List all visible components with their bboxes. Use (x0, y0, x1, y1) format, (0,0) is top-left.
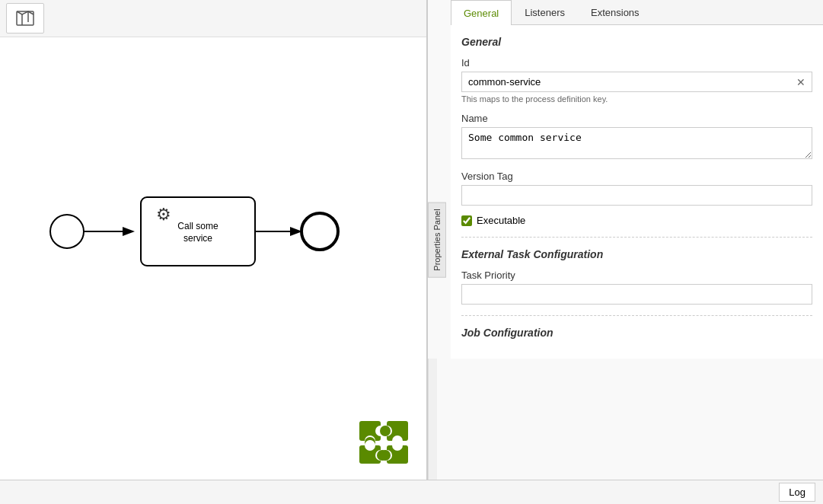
general-section-title: General (461, 36, 812, 48)
properties-panel: Properties Panel General Listeners Exten… (427, 0, 823, 480)
panel-tab-container: Properties Panel (428, 202, 451, 277)
svg-point-17 (392, 440, 403, 451)
tab-listeners[interactable]: Listeners (512, 0, 578, 24)
map-icon (14, 8, 36, 29)
bottom-bar: Log (0, 480, 823, 504)
puzzle-icon (358, 419, 411, 465)
executable-row: Executable (461, 215, 812, 226)
name-field-group: Name Some common service (461, 113, 812, 161)
task-priority-field-group: Task Priority (461, 270, 812, 305)
log-button[interactable]: Log (779, 483, 815, 502)
service-task-gear-icon: ⚙ (156, 205, 171, 224)
start-event[interactable] (50, 215, 84, 248)
executable-checkbox[interactable] (461, 215, 472, 226)
panel-inner: General Listeners Extensions General Id … (451, 0, 823, 359)
divider-2 (461, 315, 812, 316)
properties-panel-tab[interactable]: Properties Panel (428, 202, 446, 277)
vertical-scrollbar[interactable] (428, 359, 437, 480)
version-tag-label: Version Tag (461, 171, 812, 182)
svg-point-13 (365, 440, 375, 451)
id-field-group: Id ✕ This maps to the process definition… (461, 57, 812, 104)
canvas-toolbar (0, 0, 426, 37)
panel-tabs: General Listeners Extensions (451, 0, 823, 25)
panel-content: General Id ✕ This maps to the process de… (451, 25, 823, 359)
end-event[interactable] (301, 213, 338, 250)
job-config-section-title: Job Configuration (461, 327, 812, 339)
service-task-label-2: service (183, 233, 212, 244)
name-input[interactable]: Some common service (461, 127, 812, 159)
diagram-canvas: ⚙ Call some service (0, 37, 426, 480)
svg-point-19 (380, 450, 391, 461)
tab-extensions[interactable]: Extensions (578, 0, 652, 24)
service-task-label: Call some (177, 221, 219, 231)
version-tag-input[interactable] (461, 185, 812, 206)
tab-general[interactable]: General (451, 0, 512, 25)
task-priority-label: Task Priority (461, 270, 812, 281)
canvas-area: ⚙ Call some service (0, 0, 427, 480)
executable-label[interactable]: Executable (477, 215, 525, 226)
bpmn-diagram: ⚙ Call some service (0, 37, 426, 480)
name-label: Name (461, 113, 812, 124)
id-clear-button[interactable]: ✕ (793, 75, 809, 90)
app-container: ⚙ Call some service (0, 0, 823, 504)
external-task-section-title: External Task Configuration (461, 248, 812, 260)
map-icon-button[interactable] (6, 3, 44, 33)
id-input[interactable] (461, 72, 812, 92)
version-tag-field-group: Version Tag (461, 171, 812, 206)
main-area: ⚙ Call some service (0, 0, 823, 480)
divider-1 (461, 237, 812, 238)
id-input-wrapper: ✕ (461, 72, 812, 92)
svg-point-10 (380, 426, 391, 436)
task-priority-input[interactable] (461, 284, 812, 305)
id-hint: This maps to the process definition key. (461, 94, 812, 104)
id-label: Id (461, 57, 812, 69)
